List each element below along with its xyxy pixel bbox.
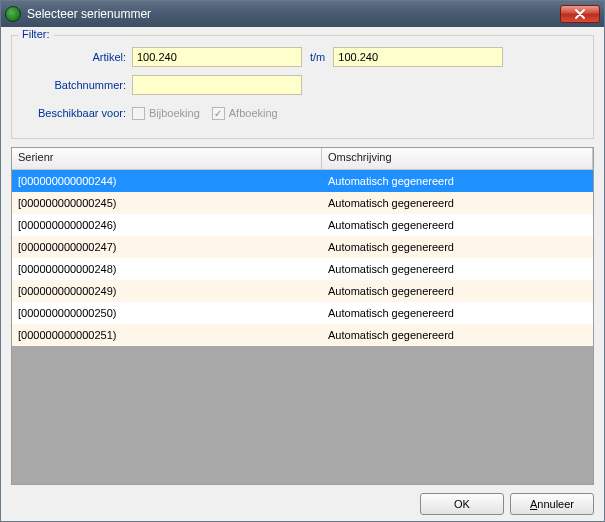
button-bar: OK Annuleer bbox=[11, 485, 594, 515]
artikel-from-input[interactable] bbox=[132, 47, 302, 67]
checkbox-icon bbox=[132, 107, 145, 120]
grid: Serienr Omschrijving [000000000000244)Au… bbox=[11, 147, 594, 485]
afboeking-checkbox: ✓ Afboeking bbox=[212, 107, 278, 120]
close-button[interactable] bbox=[560, 5, 600, 23]
cell-serial: [000000000000244) bbox=[12, 175, 322, 187]
filter-row-beschikbaar: Beschikbaar voor: Bijboeking ✓ Afboeking bbox=[20, 102, 585, 124]
titlebar: Selecteer serienummer bbox=[1, 1, 604, 27]
close-icon bbox=[575, 9, 585, 19]
table-row[interactable]: [000000000000247)Automatisch gegenereerd bbox=[12, 236, 593, 258]
col-header-serial[interactable]: Serienr bbox=[12, 148, 322, 169]
checkbox-icon: ✓ bbox=[212, 107, 225, 120]
artikel-to-input[interactable] bbox=[333, 47, 503, 67]
cell-serial: [000000000000250) bbox=[12, 307, 322, 319]
content: Filter: Artikel: t/m Batchnummer: Beschi… bbox=[1, 27, 604, 521]
cell-serial: [000000000000251) bbox=[12, 329, 322, 341]
grid-header: Serienr Omschrijving bbox=[12, 148, 593, 170]
grid-body: [000000000000244)Automatisch gegenereerd… bbox=[12, 170, 593, 484]
cancel-rest: nnuleer bbox=[537, 498, 574, 510]
cell-desc: Automatisch gegenereerd bbox=[322, 241, 593, 253]
cell-serial: [000000000000247) bbox=[12, 241, 322, 253]
cell-desc: Automatisch gegenereerd bbox=[322, 175, 593, 187]
afboeking-label: Afboeking bbox=[229, 107, 278, 119]
batch-label: Batchnummer: bbox=[20, 79, 132, 91]
cell-desc: Automatisch gegenereerd bbox=[322, 219, 593, 231]
filter-row-artikel: Artikel: t/m bbox=[20, 46, 585, 68]
table-row[interactable]: [000000000000246)Automatisch gegenereerd bbox=[12, 214, 593, 236]
cell-desc: Automatisch gegenereerd bbox=[322, 285, 593, 297]
bijboeking-label: Bijboeking bbox=[149, 107, 200, 119]
window-title: Selecteer serienummer bbox=[27, 7, 560, 21]
filter-group: Filter: Artikel: t/m Batchnummer: Beschi… bbox=[11, 35, 594, 139]
cell-serial: [000000000000246) bbox=[12, 219, 322, 231]
col-header-desc[interactable]: Omschrijving bbox=[322, 148, 593, 169]
ok-button[interactable]: OK bbox=[420, 493, 504, 515]
cell-serial: [000000000000249) bbox=[12, 285, 322, 297]
table-row[interactable]: [000000000000250)Automatisch gegenereerd bbox=[12, 302, 593, 324]
cell-desc: Automatisch gegenereerd bbox=[322, 263, 593, 275]
batch-input[interactable] bbox=[132, 75, 302, 95]
filter-title: Filter: bbox=[18, 28, 54, 40]
filter-row-batch: Batchnummer: bbox=[20, 74, 585, 96]
app-icon bbox=[5, 6, 21, 22]
table-row[interactable]: [000000000000245)Automatisch gegenereerd bbox=[12, 192, 593, 214]
table-row[interactable]: [000000000000248)Automatisch gegenereerd bbox=[12, 258, 593, 280]
bijboeking-checkbox: Bijboeking bbox=[132, 107, 200, 120]
table-row[interactable]: [000000000000244)Automatisch gegenereerd bbox=[12, 170, 593, 192]
beschikbaar-label: Beschikbaar voor: bbox=[20, 107, 132, 119]
cell-serial: [000000000000245) bbox=[12, 197, 322, 209]
cell-desc: Automatisch gegenereerd bbox=[322, 197, 593, 209]
table-row[interactable]: [000000000000251)Automatisch gegenereerd bbox=[12, 324, 593, 346]
dialog-window: Selecteer serienummer Filter: Artikel: t… bbox=[0, 0, 605, 522]
cell-serial: [000000000000248) bbox=[12, 263, 322, 275]
tm-label: t/m bbox=[302, 51, 333, 63]
cell-desc: Automatisch gegenereerd bbox=[322, 307, 593, 319]
cancel-button[interactable]: Annuleer bbox=[510, 493, 594, 515]
artikel-label: Artikel: bbox=[20, 51, 132, 63]
cell-desc: Automatisch gegenereerd bbox=[322, 329, 593, 341]
table-row[interactable]: [000000000000249)Automatisch gegenereerd bbox=[12, 280, 593, 302]
